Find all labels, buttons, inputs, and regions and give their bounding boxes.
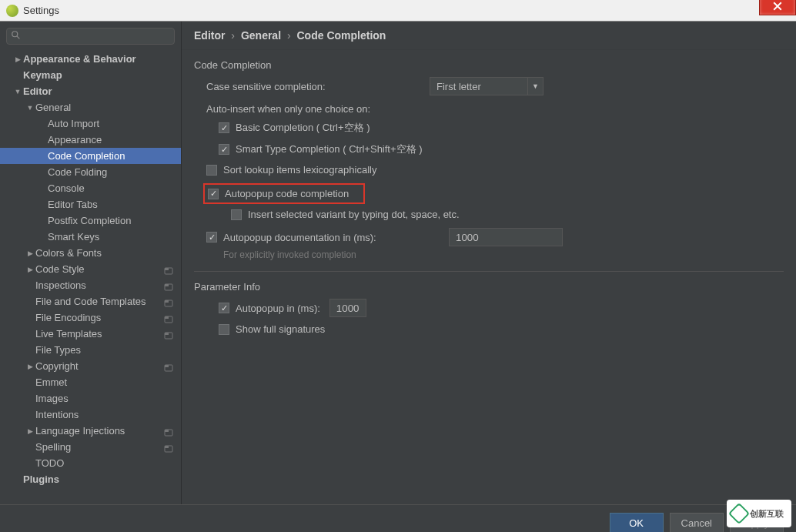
titlebar: Settings [0,0,796,22]
insert-selected-checkbox[interactable] [231,209,242,220]
cancel-button[interactable]: Cancel [670,513,724,532]
autopopup-param-input[interactable] [329,299,366,317]
sidebar-item-label: Plugins [23,473,59,485]
sidebar-item-label: Auto Import [48,118,99,129]
content-panel: Editor › General › Code Completion Code … [182,22,796,504]
sidebar-item-todo[interactable]: TODO [0,455,181,471]
sidebar-item-label: Spelling [35,441,71,453]
show-full-sig-checkbox[interactable] [219,324,229,335]
svg-rect-12 [165,365,169,367]
arrow-right-icon [26,362,34,370]
sidebar-item-file-types[interactable]: File Types [0,342,181,358]
basic-completion-checkbox[interactable] [219,122,229,133]
svg-rect-6 [165,300,169,303]
sidebar-item-images[interactable]: Images [0,390,181,407]
sidebar-item-label: Code Style [35,263,85,275]
auto-insert-header: Auto-insert when only one choice on: [194,103,784,115]
sidebar: Appearance & BehaviorKeymapEditorGeneral… [0,22,182,504]
sidebar-item-label: File and Code Templates [35,296,146,307]
sidebar-item-label: Colors & Fonts [35,247,102,259]
sidebar-item-colors-fonts[interactable]: Colors & Fonts [0,245,181,261]
autopopup-doc-checkbox[interactable] [206,232,217,243]
sidebar-item-label: Keymap [23,69,62,81]
sidebar-item-code-completion[interactable]: Code Completion [0,148,181,164]
settings-tree: Appearance & BehaviorKeymapEditorGeneral… [0,49,181,487]
svg-rect-8 [165,316,169,319]
sidebar-item-label: Smart Keys [48,231,99,243]
app-icon [6,5,18,17]
project-scope-icon [164,363,173,370]
basic-completion-label: Basic Completion ( Ctrl+空格 ) [236,121,370,135]
show-full-sig-label: Show full signatures [236,323,325,335]
sidebar-item-inspections[interactable]: Inspections [0,277,181,293]
search-input[interactable] [6,28,175,45]
sidebar-item-intentions[interactable]: Intentions [0,407,181,423]
sidebar-item-label: Editor Tabs [48,199,98,210]
sidebar-item-auto-import[interactable]: Auto Import [0,115,181,132]
autopopup-code-checkbox[interactable] [208,189,219,199]
sidebar-item-console[interactable]: Console [0,180,181,196]
sidebar-item-appearance-behavior[interactable]: Appearance & Behavior [0,51,181,67]
project-scope-icon [164,298,173,306]
sort-lookup-checkbox[interactable] [206,165,217,176]
project-scope-icon [164,330,173,338]
project-scope-icon [164,314,173,322]
case-sensitive-combo[interactable]: First letter ▼ [430,77,543,95]
autopopup-doc-input[interactable] [449,228,563,246]
sidebar-item-label: File Types [35,344,81,356]
combo-value: First letter [436,81,481,92]
project-scope-icon [164,427,173,435]
autopopup-param-label: Autopopup in (ms): [236,303,320,314]
sidebar-item-keymap[interactable]: Keymap [0,67,181,83]
sidebar-item-label: TODO [35,457,64,469]
autopopup-code-label: Autopopup code completion [225,188,349,199]
arrow-down-icon [14,87,22,95]
sidebar-item-plugins[interactable]: Plugins [0,471,181,487]
sort-lookup-label: Sort lookup items lexicographically [223,164,376,176]
project-scope-icon [164,443,173,451]
sidebar-item-label: General [35,102,71,113]
dialog-buttons: OK Cancel Apply [0,504,796,532]
sidebar-item-code-folding[interactable]: Code Folding [0,164,181,180]
arrow-right-icon [26,427,34,435]
sidebar-item-language-injections[interactable]: Language Injections [0,423,181,439]
svg-rect-4 [165,284,169,286]
watermark-text: 创新互联 [750,508,784,520]
sidebar-item-editor[interactable]: Editor [0,83,181,99]
sidebar-item-appearance[interactable]: Appearance [0,132,181,148]
sidebar-item-general[interactable]: General [0,99,181,115]
sidebar-item-label: Code Completion [48,150,125,162]
section-header-code-completion: Code Completion [194,59,784,71]
autopopup-param-checkbox[interactable] [219,303,229,313]
sidebar-item-code-style[interactable]: Code Style [0,261,181,277]
arrow-right-icon [26,249,34,257]
section-header-parameter-info: Parameter Info [194,281,784,293]
sidebar-item-label: Intentions [35,409,79,420]
highlight-box: Autopopup code completion [203,183,365,204]
window-title: Settings [23,5,59,16]
sidebar-item-label: Console [48,182,85,194]
sidebar-item-file-encodings[interactable]: File Encodings [0,309,181,326]
watermark: 创新互联 [727,500,791,527]
svg-rect-10 [165,333,169,335]
smart-completion-checkbox[interactable] [219,144,229,155]
insert-selected-label: Insert selected variant by typing dot, s… [248,209,460,220]
sidebar-item-live-templates[interactable]: Live Templates [0,326,181,342]
sidebar-item-spelling[interactable]: Spelling [0,439,181,455]
ok-button[interactable]: OK [610,513,664,532]
autopopup-doc-label: Autopopup documentation in (ms): [223,232,433,243]
sidebar-item-file-and-code-templates[interactable]: File and Code Templates [0,293,181,309]
breadcrumb-part[interactable]: Editor [194,29,225,42]
close-button[interactable] [759,0,796,15]
sidebar-item-label: File Encodings [35,312,101,323]
sidebar-item-emmet[interactable]: Emmet [0,374,181,390]
close-icon [773,2,782,11]
arrow-right-icon [26,265,34,273]
sidebar-item-copyright[interactable]: Copyright [0,358,181,374]
sidebar-item-editor-tabs[interactable]: Editor Tabs [0,196,181,212]
case-sensitive-label: Case sensitive completion: [206,81,430,92]
breadcrumb-part[interactable]: General [241,29,281,42]
breadcrumb: Editor › General › Code Completion [182,22,796,50]
sidebar-item-smart-keys[interactable]: Smart Keys [0,229,181,245]
sidebar-item-postfix-completion[interactable]: Postfix Completion [0,212,181,229]
